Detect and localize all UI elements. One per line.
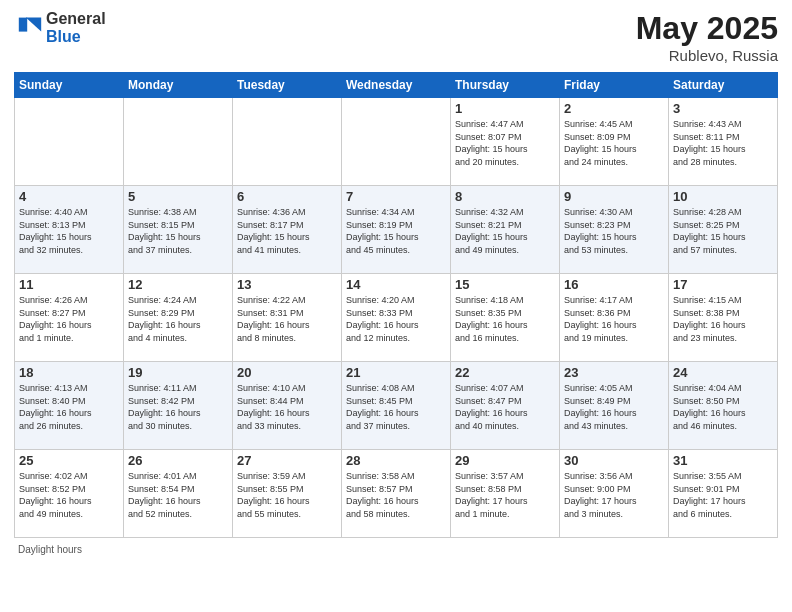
day-number: 17 [673,277,773,292]
day-number: 19 [128,365,228,380]
footer: Daylight hours [14,544,778,555]
header-wednesday: Wednesday [342,73,451,98]
day-number: 27 [237,453,337,468]
day-cell: 17Sunrise: 4:15 AM Sunset: 8:38 PM Dayli… [669,274,778,362]
day-number: 6 [237,189,337,204]
logo-icon [16,12,44,40]
day-cell [124,98,233,186]
day-info: Sunrise: 4:26 AM Sunset: 8:27 PM Dayligh… [19,294,119,344]
day-cell: 16Sunrise: 4:17 AM Sunset: 8:36 PM Dayli… [560,274,669,362]
logo: General Blue [14,10,106,45]
day-info: Sunrise: 4:20 AM Sunset: 8:33 PM Dayligh… [346,294,446,344]
day-number: 11 [19,277,119,292]
day-cell: 21Sunrise: 4:08 AM Sunset: 8:45 PM Dayli… [342,362,451,450]
header-thursday: Thursday [451,73,560,98]
day-number: 2 [564,101,664,116]
day-info: Sunrise: 4:02 AM Sunset: 8:52 PM Dayligh… [19,470,119,520]
day-cell: 11Sunrise: 4:26 AM Sunset: 8:27 PM Dayli… [15,274,124,362]
day-number: 20 [237,365,337,380]
header-monday: Monday [124,73,233,98]
day-cell: 7Sunrise: 4:34 AM Sunset: 8:19 PM Daylig… [342,186,451,274]
weekday-header-row: Sunday Monday Tuesday Wednesday Thursday… [15,73,778,98]
day-info: Sunrise: 4:07 AM Sunset: 8:47 PM Dayligh… [455,382,555,432]
day-info: Sunrise: 4:01 AM Sunset: 8:54 PM Dayligh… [128,470,228,520]
logo-general-text: General [46,10,106,28]
month-year: May 2025 [636,10,778,47]
day-number: 9 [564,189,664,204]
day-number: 13 [237,277,337,292]
day-info: Sunrise: 3:58 AM Sunset: 8:57 PM Dayligh… [346,470,446,520]
week-row-5: 25Sunrise: 4:02 AM Sunset: 8:52 PM Dayli… [15,450,778,538]
day-cell: 31Sunrise: 3:55 AM Sunset: 9:01 PM Dayli… [669,450,778,538]
day-cell: 19Sunrise: 4:11 AM Sunset: 8:42 PM Dayli… [124,362,233,450]
day-number: 10 [673,189,773,204]
day-info: Sunrise: 4:22 AM Sunset: 8:31 PM Dayligh… [237,294,337,344]
day-cell: 13Sunrise: 4:22 AM Sunset: 8:31 PM Dayli… [233,274,342,362]
day-info: Sunrise: 4:38 AM Sunset: 8:15 PM Dayligh… [128,206,228,256]
day-cell [342,98,451,186]
day-cell: 28Sunrise: 3:58 AM Sunset: 8:57 PM Dayli… [342,450,451,538]
day-info: Sunrise: 4:43 AM Sunset: 8:11 PM Dayligh… [673,118,773,168]
daylight-label: Daylight hours [18,544,82,555]
day-cell: 14Sunrise: 4:20 AM Sunset: 8:33 PM Dayli… [342,274,451,362]
week-row-4: 18Sunrise: 4:13 AM Sunset: 8:40 PM Dayli… [15,362,778,450]
day-info: Sunrise: 4:47 AM Sunset: 8:07 PM Dayligh… [455,118,555,168]
day-number: 23 [564,365,664,380]
day-cell: 8Sunrise: 4:32 AM Sunset: 8:21 PM Daylig… [451,186,560,274]
day-number: 30 [564,453,664,468]
day-number: 25 [19,453,119,468]
day-number: 1 [455,101,555,116]
day-info: Sunrise: 4:11 AM Sunset: 8:42 PM Dayligh… [128,382,228,432]
week-row-2: 4Sunrise: 4:40 AM Sunset: 8:13 PM Daylig… [15,186,778,274]
day-info: Sunrise: 4:24 AM Sunset: 8:29 PM Dayligh… [128,294,228,344]
logo-blue-text: Blue [46,28,106,46]
day-cell: 4Sunrise: 4:40 AM Sunset: 8:13 PM Daylig… [15,186,124,274]
day-number: 29 [455,453,555,468]
day-cell: 1Sunrise: 4:47 AM Sunset: 8:07 PM Daylig… [451,98,560,186]
day-info: Sunrise: 4:36 AM Sunset: 8:17 PM Dayligh… [237,206,337,256]
day-cell: 29Sunrise: 3:57 AM Sunset: 8:58 PM Dayli… [451,450,560,538]
title-block: May 2025 Rublevo, Russia [636,10,778,64]
day-cell: 6Sunrise: 4:36 AM Sunset: 8:17 PM Daylig… [233,186,342,274]
day-cell: 12Sunrise: 4:24 AM Sunset: 8:29 PM Dayli… [124,274,233,362]
day-info: Sunrise: 3:55 AM Sunset: 9:01 PM Dayligh… [673,470,773,520]
day-cell: 22Sunrise: 4:07 AM Sunset: 8:47 PM Dayli… [451,362,560,450]
day-number: 15 [455,277,555,292]
day-info: Sunrise: 4:40 AM Sunset: 8:13 PM Dayligh… [19,206,119,256]
calendar: Sunday Monday Tuesday Wednesday Thursday… [14,72,778,538]
day-info: Sunrise: 4:10 AM Sunset: 8:44 PM Dayligh… [237,382,337,432]
header-tuesday: Tuesday [233,73,342,98]
week-row-1: 1Sunrise: 4:47 AM Sunset: 8:07 PM Daylig… [15,98,778,186]
svg-rect-1 [19,17,27,31]
day-cell: 5Sunrise: 4:38 AM Sunset: 8:15 PM Daylig… [124,186,233,274]
day-cell [233,98,342,186]
day-number: 3 [673,101,773,116]
day-info: Sunrise: 4:04 AM Sunset: 8:50 PM Dayligh… [673,382,773,432]
day-cell: 30Sunrise: 3:56 AM Sunset: 9:00 PM Dayli… [560,450,669,538]
header-saturday: Saturday [669,73,778,98]
day-cell: 27Sunrise: 3:59 AM Sunset: 8:55 PM Dayli… [233,450,342,538]
day-info: Sunrise: 4:13 AM Sunset: 8:40 PM Dayligh… [19,382,119,432]
day-cell: 2Sunrise: 4:45 AM Sunset: 8:09 PM Daylig… [560,98,669,186]
page: General Blue May 2025 Rublevo, Russia Su… [0,0,792,612]
day-cell: 15Sunrise: 4:18 AM Sunset: 8:35 PM Dayli… [451,274,560,362]
day-info: Sunrise: 4:15 AM Sunset: 8:38 PM Dayligh… [673,294,773,344]
day-cell: 23Sunrise: 4:05 AM Sunset: 8:49 PM Dayli… [560,362,669,450]
day-info: Sunrise: 4:34 AM Sunset: 8:19 PM Dayligh… [346,206,446,256]
header-friday: Friday [560,73,669,98]
day-number: 5 [128,189,228,204]
header-sunday: Sunday [15,73,124,98]
header: General Blue May 2025 Rublevo, Russia [14,10,778,64]
day-number: 7 [346,189,446,204]
day-info: Sunrise: 4:30 AM Sunset: 8:23 PM Dayligh… [564,206,664,256]
day-number: 4 [19,189,119,204]
day-cell: 9Sunrise: 4:30 AM Sunset: 8:23 PM Daylig… [560,186,669,274]
day-cell: 20Sunrise: 4:10 AM Sunset: 8:44 PM Dayli… [233,362,342,450]
svg-marker-0 [26,17,41,31]
day-number: 21 [346,365,446,380]
day-number: 26 [128,453,228,468]
day-info: Sunrise: 4:45 AM Sunset: 8:09 PM Dayligh… [564,118,664,168]
day-info: Sunrise: 4:08 AM Sunset: 8:45 PM Dayligh… [346,382,446,432]
day-number: 24 [673,365,773,380]
location: Rublevo, Russia [636,47,778,64]
